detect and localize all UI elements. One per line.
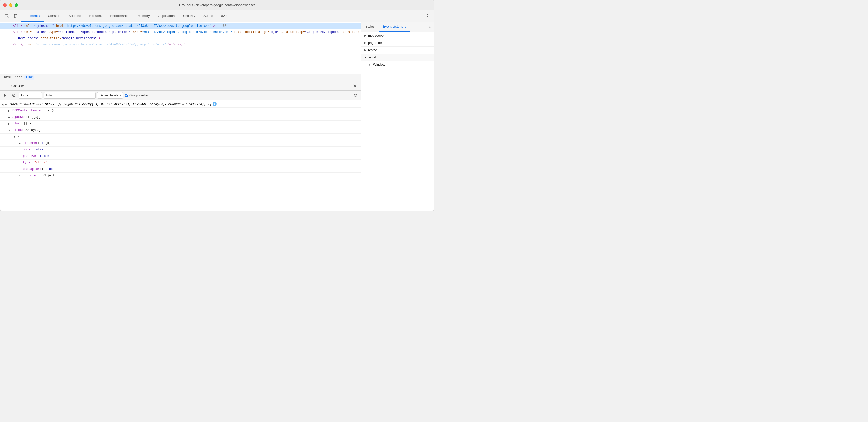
right-tab-styles[interactable]: Styles xyxy=(361,22,379,32)
console-row-type: type: "click" xyxy=(0,160,361,166)
left-panel: <link rel="stylesheet" href="https://dev… xyxy=(0,22,361,211)
window-title: DevTools - developers.google.com/web/sho… xyxy=(179,3,255,7)
console-title: Console xyxy=(11,84,352,88)
console-row-main-object[interactable]: ◀ ▶ {DOMContentLoaded: Array(1), pagehid… xyxy=(0,101,361,107)
console-row-blur[interactable]: ▶ blur: [{…}] xyxy=(0,121,361,127)
event-item-pagehide[interactable]: ▶ pagehide xyxy=(361,39,434,46)
tab-audits[interactable]: Audits xyxy=(199,10,217,22)
tab-controls xyxy=(1,10,21,22)
right-panel-tabs: Styles Event Listeners » xyxy=(361,22,434,32)
console-close-button[interactable]: ✕ xyxy=(352,83,358,89)
console-row-once: once: false xyxy=(0,147,361,153)
levels-dropdown[interactable]: Default levels ▾ xyxy=(97,92,123,99)
right-panel-content: ▶ mouseover ▶ pagehide ▶ resize ▼ scroll xyxy=(361,32,434,211)
minimize-button[interactable] xyxy=(9,3,12,7)
console-toolbar: top ▾ Default levels ▾ Group similar xyxy=(0,91,361,100)
tab-memory[interactable]: Memory xyxy=(133,10,154,22)
event-arrow-scroll: ▼ xyxy=(364,56,367,59)
right-tab-more-button[interactable]: » xyxy=(426,22,434,32)
tab-network[interactable]: Network xyxy=(85,10,106,22)
gear-button[interactable] xyxy=(352,92,359,99)
console-output: ◀ ▶ {DOMContentLoaded: Array(1), pagehid… xyxy=(0,100,361,211)
devtools-window: DevTools - developers.google.com/web/sho… xyxy=(0,0,434,211)
console-row-listener[interactable]: ▶ listener: f (d) xyxy=(0,140,361,147)
device-toggle-button[interactable] xyxy=(12,12,19,20)
elements-area: <link rel="stylesheet" href="https://dev… xyxy=(0,22,361,74)
tab-performance[interactable]: Performance xyxy=(106,10,133,22)
tab-sources[interactable]: Sources xyxy=(64,10,85,22)
expand-arrow-listener[interactable]: ▶ xyxy=(19,141,21,146)
event-arrow-mouseover: ▶ xyxy=(364,34,366,37)
tab-elements[interactable]: Elements xyxy=(21,10,44,22)
tab-console[interactable]: Console xyxy=(44,10,64,22)
tab-security[interactable]: Security xyxy=(179,10,199,22)
context-dropdown[interactable]: top ▾ xyxy=(19,92,42,99)
expand-arrow-0[interactable]: ▼ xyxy=(13,135,16,139)
back-arrow[interactable]: ◀ xyxy=(2,102,3,107)
event-item-resize[interactable]: ▶ resize xyxy=(361,46,434,54)
console-row-usecapture: useCapture: true xyxy=(0,166,361,172)
traffic-lights xyxy=(3,3,18,7)
svg-marker-5 xyxy=(4,94,6,97)
inspect-element-button[interactable] xyxy=(3,12,10,20)
event-arrow-window: ▶ xyxy=(369,63,371,66)
group-similar-checkbox[interactable] xyxy=(125,94,128,97)
event-item-scroll[interactable]: ▼ scroll xyxy=(361,54,434,61)
elements-line-link-search[interactable]: <link rel="search" type="application/ope… xyxy=(0,29,361,35)
event-arrow-resize: ▶ xyxy=(364,48,366,52)
console-panel: ⋮ Console ✕ top ▾ xyxy=(0,81,361,211)
maximize-button[interactable] xyxy=(14,3,18,7)
console-row-domcontentloaded[interactable]: ▶ DOMContentLoaded: [{…}] xyxy=(0,107,361,114)
expand-arrow-main[interactable]: ▶ xyxy=(5,102,7,107)
expand-arrow-click[interactable]: ▼ xyxy=(8,128,10,133)
tab-more-button[interactable]: ⋮ xyxy=(422,10,433,22)
event-item-mouseover[interactable]: ▶ mouseover xyxy=(361,32,434,39)
elements-line-link-search-cont: Developers" data-title="Google Developer… xyxy=(0,35,361,41)
filter-input[interactable] xyxy=(44,92,96,99)
breadcrumb-html[interactable]: html xyxy=(3,75,13,79)
tab-axe[interactable]: aXe xyxy=(217,10,231,22)
info-icon[interactable]: i xyxy=(213,102,217,106)
expand-arrow-blur[interactable]: ▶ xyxy=(8,122,10,126)
breadcrumb-link[interactable]: link xyxy=(24,75,34,79)
elements-line-script[interactable]: <script src="https://developers.google.c… xyxy=(0,41,361,48)
tab-bar: Elements Console Sources Network Perform… xyxy=(0,10,434,22)
breadcrumb-head[interactable]: head xyxy=(14,75,23,79)
event-arrow-pagehide: ▶ xyxy=(364,41,366,44)
breadcrumb-bar: html head link xyxy=(0,74,361,81)
tab-application[interactable]: Application xyxy=(154,10,179,22)
event-child-window[interactable]: ▶ Window xyxy=(361,61,434,68)
console-header: ⋮ Console ✕ xyxy=(0,81,361,91)
group-similar-label[interactable]: Group similar xyxy=(125,94,148,97)
console-row-passive: passive: false xyxy=(0,153,361,160)
console-more-button[interactable]: ⋮ xyxy=(3,83,9,89)
svg-point-9 xyxy=(355,95,356,96)
expand-arrow-proto[interactable]: ▶ xyxy=(19,174,21,178)
expand-arrow-ajaxsend[interactable]: ▶ xyxy=(8,116,10,120)
console-row-0[interactable]: ▼ 0: xyxy=(0,134,361,140)
title-bar: DevTools - developers.google.com/web/sho… xyxy=(0,0,434,10)
console-row-click[interactable]: ▼ click: Array(3) xyxy=(0,127,361,134)
main-content: <link rel="stylesheet" href="https://dev… xyxy=(0,22,434,211)
close-button[interactable] xyxy=(3,3,7,7)
run-button[interactable] xyxy=(2,92,9,99)
right-panel: Styles Event Listeners » ▶ mouseover ▶ p… xyxy=(361,22,434,211)
right-tab-event-listeners[interactable]: Event Listeners xyxy=(379,22,410,32)
console-row-proto[interactable]: ▶ __proto__: Object xyxy=(0,172,361,179)
expand-arrow-domcontentloaded[interactable]: ▶ xyxy=(8,109,10,113)
console-row-ajaxsend[interactable]: ▶ ajaxSend: [{…}] xyxy=(0,114,361,121)
stop-button[interactable] xyxy=(10,92,17,99)
elements-line-link-selected[interactable]: <link rel="stylesheet" href="https://dev… xyxy=(0,23,361,29)
